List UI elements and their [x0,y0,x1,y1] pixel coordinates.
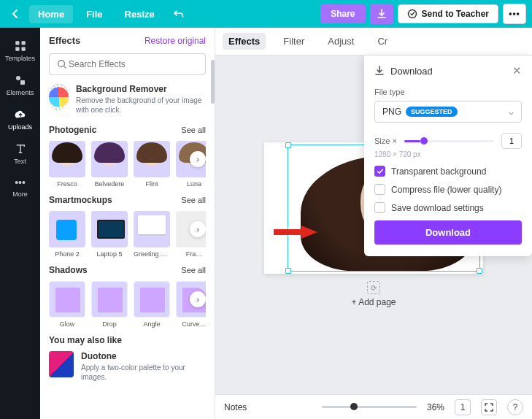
svg-rect-2 [21,41,25,45]
fullscreen-icon [485,403,493,412]
feature-title: Background Remover [76,84,206,94]
see-all-shadows[interactable]: See all [181,266,206,274]
panel-title: Effects [49,35,80,46]
top-bar: Home File Resize Share Send to Teacher •… [0,0,532,28]
tool-effects[interactable]: Effects [223,33,266,50]
arrow-right-icon [274,226,317,239]
rail-text[interactable]: Text [0,137,40,171]
checkbox-label: Transparent background [391,166,486,177]
close-download-button[interactable]: ✕ [512,64,522,77]
effect-tile[interactable]: Flint [134,141,170,188]
scroll-right-button[interactable]: › [190,291,206,307]
resize-menu[interactable]: Resize [116,5,163,23]
help-button[interactable]: ? [507,399,523,415]
effect-tile[interactable]: Fresco [49,141,85,188]
download-button-top[interactable] [370,4,393,24]
page-indicator[interactable]: 1 [455,399,471,415]
duotone-item[interactable]: Duotone Apply a two-color palette to you… [49,351,206,382]
search-effects-field[interactable] [67,58,198,70]
file-type-value: PNG [382,107,401,117]
download-title: Download [390,66,433,77]
undo-icon [174,9,184,18]
section-title: Photogenic [49,125,96,135]
size-input[interactable] [501,133,522,149]
chevron-down-icon: ⌵ [509,107,514,117]
svg-point-5 [16,76,20,80]
elements-icon [14,74,27,87]
tool-filter[interactable]: Filter [277,33,310,50]
mockup-tile[interactable]: Greeting car… [134,211,170,258]
zoom-slider[interactable] [322,406,417,408]
tool-adjust[interactable]: Adjust [322,33,360,50]
share-button[interactable]: Share [320,4,365,23]
svg-point-7 [58,61,65,67]
checkbox-transparent[interactable] [374,166,385,177]
fullscreen-button[interactable] [481,399,497,415]
home-button[interactable]: Home [29,5,73,23]
shadow-tile[interactable]: Drop [91,281,128,328]
send-to-teacher-button[interactable]: Send to Teacher [398,4,498,23]
nav-rail: Templates Elements Uploads Text ••• More [0,28,40,419]
search-effects-input[interactable] [49,53,206,75]
section-also-like: You may also like Duotone Apply a two-co… [49,335,206,382]
restore-original-link[interactable]: Restore original [144,36,206,46]
section-title: Shadows [49,265,88,275]
see-all-smartmockups[interactable]: See all [181,196,206,204]
see-all-photogenic[interactable]: See all [181,126,206,134]
suggested-badge: SUGGESTED [406,107,458,117]
scroll-right-button[interactable]: › [190,151,206,167]
size-slider[interactable] [404,140,494,142]
top-more-button[interactable]: ••• [503,4,526,24]
resize-handle-br[interactable] [477,268,482,274]
resize-handle-bl[interactable] [285,268,291,274]
checkbox-label: Save download settings [391,203,484,213]
effect-tile[interactable]: Belvedere [91,141,128,188]
background-remover-item[interactable]: Background Remover Remove the background… [49,84,206,115]
duplicate-page-button[interactable]: ⟳ [367,281,380,294]
annotation-arrow [274,226,317,239]
checkbox-save-settings[interactable] [374,202,385,213]
mockup-tile[interactable]: Phone 2 [49,211,85,258]
file-type-label: File type [374,88,522,96]
canvas-area: Effects Filter Adjust Cr [215,28,532,419]
undo-button[interactable] [168,6,190,22]
more-icon: ••• [15,177,26,188]
file-type-select[interactable]: PNG SUGGESTED ⌵ [374,101,522,123]
ellipsis-icon: ••• [509,9,520,19]
add-page-button[interactable]: + Add page [351,297,396,307]
download-confirm-button[interactable]: Download [374,220,522,245]
shadow-tile[interactable]: Glow [49,281,85,328]
file-menu[interactable]: File [77,5,111,23]
effects-panel: Effects Restore original Background Remo… [40,28,215,419]
scroll-right-button[interactable]: › [190,221,206,237]
rail-more[interactable]: ••• More [0,171,40,204]
check-icon [377,168,384,175]
download-icon [374,66,385,76]
checkbox-compress[interactable] [374,184,385,195]
feature-desc: Apply a two-color palette to your images… [81,363,206,382]
download-panel: Download ✕ File type PNG SUGGESTED ⌵ Siz… [364,55,532,256]
text-icon [14,142,27,155]
section-title: You may also like [49,335,122,345]
notes-button[interactable]: Notes [224,402,247,412]
scrollbar-thumb[interactable] [211,60,215,104]
shadow-tile[interactable]: Angle [134,281,170,328]
download-icon [377,9,387,19]
rail-uploads[interactable]: Uploads [0,102,40,137]
section-photogenic: Photogenic See all Fresco Belvedere Flin… [49,125,206,188]
section-smartmockups: Smartmockups See all Phone 2 Laptop 5 Gr… [49,195,206,258]
dimension-hint: 1280 × 720 px [374,150,522,158]
rail-elements[interactable]: Elements [0,68,40,102]
uploads-icon [14,108,27,121]
resize-handle-tl[interactable] [285,142,291,148]
chevron-left-icon [12,9,19,18]
rail-templates[interactable]: Templates [0,34,40,68]
search-icon [57,59,67,69]
mockup-tile[interactable]: Laptop 5 [91,211,128,258]
back-button[interactable] [6,6,25,22]
svg-rect-4 [21,47,25,51]
bg-remover-icon [49,84,69,110]
clock-check-icon [407,9,417,19]
zoom-value: 36% [427,402,444,412]
tool-crop[interactable]: Cr [371,33,393,50]
